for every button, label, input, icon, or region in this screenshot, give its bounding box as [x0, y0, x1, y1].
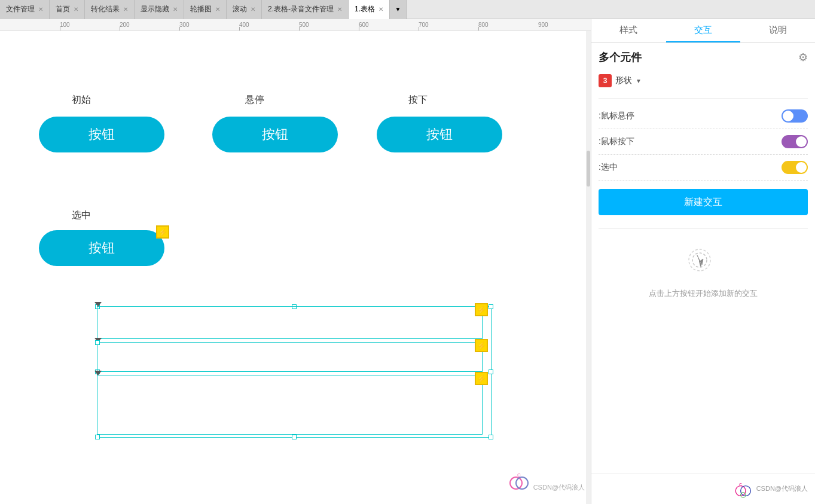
- scrollbar-thumb[interactable]: [587, 151, 590, 187]
- panel-title: 多个元件: [599, 50, 642, 65]
- new-interaction-button[interactable]: 新建交互: [599, 189, 808, 215]
- watermark-label: CSDN@代码浪人: [533, 483, 585, 492]
- watermark: C CSDN@代码浪人: [507, 468, 585, 492]
- panel-content: 多个元件 ⚙ 3 形状 ▼ :鼠标悬停 :鼠标按下: [591, 43, 815, 473]
- panel-tab-interact[interactable]: 交互: [666, 19, 741, 42]
- shape-type-label: 形状: [615, 75, 632, 86]
- lightning-badge-r1: ⚡: [475, 303, 488, 316]
- button-initial[interactable]: 按钮: [39, 117, 164, 152]
- state-label-initial: 初始: [72, 94, 91, 106]
- divider-1: [599, 98, 808, 99]
- tab-overflow-btn[interactable]: ▼: [390, 0, 407, 19]
- handle-tr[interactable]: [489, 304, 493, 309]
- state-label-press: 按下: [408, 94, 428, 106]
- svg-text:C: C: [739, 482, 742, 487]
- handle-mr[interactable]: [489, 369, 493, 374]
- button-selected[interactable]: 按钮: [39, 230, 164, 266]
- select-toggle-knob: [796, 162, 807, 173]
- close-icon[interactable]: ✕: [123, 6, 128, 13]
- tab-file-mgmt[interactable]: 文件管理 ✕: [0, 0, 50, 19]
- close-icon[interactable]: ✕: [173, 6, 178, 13]
- tab-bar: 文件管理 ✕ 首页 ✕ 转化结果 ✕ 显示隐藏 ✕ 轮播图 ✕ 滚动 ✕ 2.表…: [0, 0, 815, 19]
- tab-home[interactable]: 首页 ✕: [50, 0, 85, 19]
- right-panel: 样式 交互 说明 多个元件 ⚙ 3 形状 ▼: [591, 19, 815, 504]
- ruler-mark-400: 400: [239, 22, 249, 28]
- close-icon[interactable]: ✕: [38, 6, 43, 13]
- shape-count-badge: 3: [599, 74, 612, 87]
- panel-title-row: 多个元件 ⚙: [599, 50, 808, 65]
- panel-tab-style[interactable]: 样式: [591, 19, 666, 42]
- lightning-badge-r2: ⚡: [475, 339, 488, 352]
- filter-icon[interactable]: ⚙: [798, 51, 808, 64]
- tab-convert[interactable]: 转化结果 ✕: [85, 0, 135, 19]
- main-layout: 100 200 300 400 500 600 700 800 900 初始 悬…: [0, 19, 815, 504]
- table-row3-selection: ⚡: [97, 375, 483, 435]
- svg-text:C: C: [517, 472, 521, 478]
- hover-label: :鼠标悬停: [599, 111, 634, 121]
- divider-2: [599, 228, 808, 229]
- panel-footer: C CSDN@代码浪人: [591, 473, 815, 504]
- ruler-mark-700: 700: [419, 22, 429, 28]
- canvas-scrollbar[interactable]: [586, 31, 591, 504]
- table-row2-selection: ⚡: [97, 342, 483, 372]
- panel-tabs: 样式 交互 说明: [591, 19, 815, 43]
- handle-r2-l[interactable]: [95, 340, 100, 345]
- close-icon[interactable]: ✕: [378, 6, 383, 13]
- tab-show-hide[interactable]: 显示隐藏 ✕: [135, 0, 184, 19]
- interaction-row-press: :鼠标按下: [599, 129, 808, 155]
- lightning-badge-r3: ⚡: [475, 372, 488, 385]
- lightning-badge-selected: ⚡: [156, 225, 169, 239]
- press-label: :鼠标按下: [599, 136, 634, 147]
- panel-tab-desc[interactable]: 说明: [740, 19, 815, 42]
- press-toggle[interactable]: [782, 135, 808, 148]
- button-hover[interactable]: 按钮: [212, 117, 338, 152]
- ruler-top: 100 200 300 400 500 600 700 800 900: [0, 19, 591, 31]
- ruler-mark-600: 600: [359, 22, 369, 28]
- empty-state: 点击上方按钮开始添加新的交互: [599, 234, 808, 312]
- interaction-row-select: :选中: [599, 155, 808, 181]
- shape-chevron-icon: ▼: [636, 78, 642, 84]
- empty-state-text: 点击上方按钮开始添加新的交互: [649, 288, 758, 300]
- canvas-content[interactable]: 初始 悬停 按下 按钮 按钮 按钮 选中 按钮 ⚡: [0, 31, 591, 504]
- handle-bl[interactable]: [95, 435, 100, 439]
- panel-watermark-icon: C: [733, 478, 754, 499]
- select-toggle[interactable]: [782, 161, 808, 174]
- tab-scroll[interactable]: 滚动 ✕: [227, 0, 262, 19]
- close-icon[interactable]: ✕: [337, 6, 342, 13]
- close-icon[interactable]: ✕: [251, 6, 255, 13]
- panel-watermark-text: CSDN@代码浪人: [756, 484, 808, 493]
- close-icon[interactable]: ✕: [215, 6, 220, 13]
- state-label-hover: 悬停: [245, 94, 264, 106]
- canvas-area[interactable]: 100 200 300 400 500 600 700 800 900 初始 悬…: [0, 19, 591, 504]
- hover-toggle-knob: [783, 111, 793, 121]
- ruler-mark-800: 800: [478, 22, 489, 28]
- ruler-mark-500: 500: [299, 22, 309, 28]
- interaction-row-hover: :鼠标悬停: [599, 103, 808, 129]
- ruler-mark-200: 200: [120, 22, 130, 28]
- ruler-mark-100: 100: [60, 22, 70, 28]
- press-toggle-knob: [796, 136, 807, 147]
- ruler-mark-900: 900: [538, 22, 548, 28]
- close-icon[interactable]: ✕: [74, 6, 78, 13]
- tab-table2[interactable]: 2.表格-录音文件管理 ✕: [262, 0, 349, 19]
- shape-indicator: 3 形状 ▼: [599, 72, 808, 90]
- table-row1-selection: ⚡: [97, 306, 483, 339]
- tab-table1[interactable]: 1.表格 ✕: [349, 0, 390, 19]
- cursor-icon: [685, 246, 721, 282]
- triangle-handle-r3: [94, 371, 102, 375]
- tab-carousel[interactable]: 轮播图 ✕: [184, 0, 227, 19]
- button-press[interactable]: 按钮: [377, 117, 502, 152]
- hover-toggle[interactable]: [782, 109, 808, 123]
- handle-bm[interactable]: [292, 435, 297, 439]
- select-label: :选中: [599, 162, 618, 173]
- state-label-selected: 选中: [72, 209, 91, 222]
- handle-br[interactable]: [489, 435, 493, 439]
- triangle-handle-r1: [94, 302, 102, 307]
- selected-button-container: 按钮 ⚡: [39, 230, 164, 266]
- ruler-mark-300: 300: [179, 22, 190, 28]
